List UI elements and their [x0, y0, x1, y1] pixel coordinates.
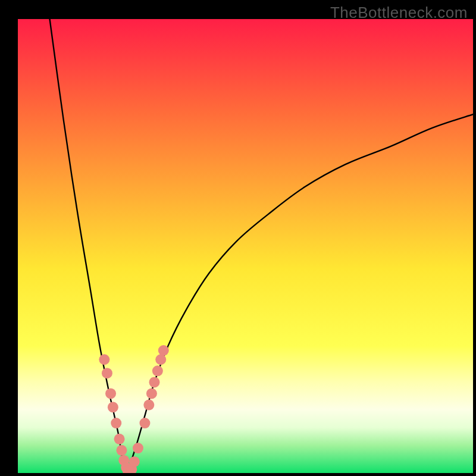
valley-marker: [129, 456, 140, 467]
valley-marker: [116, 445, 127, 456]
valley-marker: [114, 434, 125, 444]
bottleneck-curve: [18, 19, 473, 473]
valley-marker: [139, 418, 150, 428]
valley-marker: [149, 377, 160, 387]
valley-marker: [158, 345, 169, 356]
valley-marker: [155, 354, 166, 365]
valley-marker: [146, 388, 157, 399]
valley-marker: [152, 365, 163, 376]
valley-marker: [143, 400, 154, 411]
valley-marker: [111, 418, 121, 428]
valley-marker: [105, 388, 116, 399]
valley-marker: [102, 368, 112, 378]
valley-marker: [99, 354, 109, 365]
plot-area: [18, 19, 473, 473]
curve-right-branch: [127, 114, 473, 473]
valley-marker: [133, 443, 143, 453]
valley-marker: [108, 402, 118, 412]
image-root: TheBottleneck.com: [0, 0, 476, 476]
